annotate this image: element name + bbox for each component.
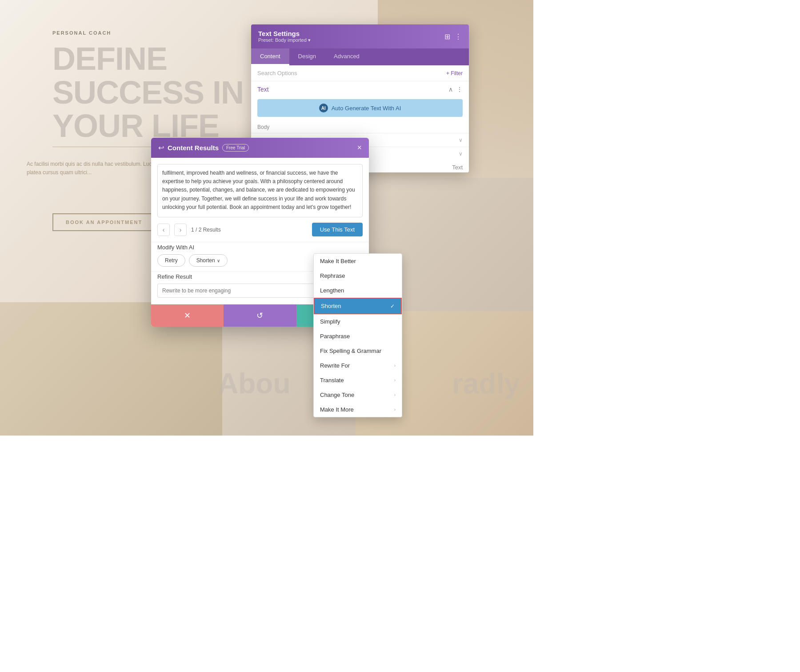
chevron-right-icon-translate: ›: [394, 378, 396, 383]
chevron-right-icon-change-tone: ›: [394, 392, 396, 397]
back-arrow-icon[interactable]: ↩: [158, 144, 164, 152]
text-result-content: fulfilment, improved health and wellness…: [162, 169, 358, 212]
text-section-label: Text: [257, 86, 269, 93]
dropdown-item-simplify[interactable]: Simplify: [314, 314, 402, 329]
tab-content[interactable]: Content: [251, 48, 289, 65]
panel-title-row: Text Settings Preset: Body imported ▾: [258, 30, 311, 43]
chevron-down-icon-1: ∨: [459, 137, 463, 143]
search-placeholder: Search Options: [257, 70, 297, 76]
tab-design[interactable]: Design: [289, 48, 325, 65]
dropdown-item-rephrase[interactable]: Rephrase: [314, 268, 402, 283]
dropdown-item-lengthen[interactable]: Lengthen: [314, 283, 402, 298]
filter-button[interactable]: + Filter: [446, 70, 463, 76]
check-icon: ✓: [390, 303, 395, 309]
panel-search-row: Search Options + Filter: [251, 65, 469, 81]
panel-header-actions: ⊞ ⋮: [444, 32, 462, 41]
retry-button[interactable]: Retry: [157, 254, 185, 267]
dropdown-label-change-tone: Change Tone: [320, 392, 354, 398]
dropdown-label-make-it-better: Make It Better: [320, 258, 356, 264]
text-tab[interactable]: Text: [452, 164, 463, 171]
modal-header: ↩ Content Results Free Trial ×: [151, 138, 369, 158]
prev-page-button[interactable]: ‹: [157, 224, 170, 236]
body-label: Body: [251, 121, 469, 133]
section-more-icon[interactable]: ⋮: [456, 86, 463, 93]
chevron-right-icon-rewrite: ›: [394, 363, 396, 368]
dropdown-label-simplify: Simplify: [320, 318, 340, 325]
chevron-right-icon-make-it-more: ›: [394, 407, 396, 412]
dropdown-label-translate: Translate: [320, 377, 344, 384]
cancel-button[interactable]: ✕: [151, 304, 224, 327]
dropdown-label-paraphrase: Paraphrase: [320, 333, 350, 340]
grid-icon[interactable]: ⊞: [444, 32, 450, 41]
dropdown-label-fix-spelling: Fix Spelling & Grammar: [320, 348, 381, 354]
panel-title: Text Settings: [258, 30, 311, 37]
section-actions: ∧ ⋮: [448, 86, 463, 93]
about-text: Abou: [218, 367, 291, 400]
dropdown-label-rewrite-for: Rewrite For: [320, 362, 350, 369]
dropdown-item-rewrite-for[interactable]: Rewrite For ›: [314, 358, 402, 373]
shorten-dropdown-menu: Make It Better Rephrase Lengthen Shorten…: [313, 253, 402, 417]
panel-preset[interactable]: Preset: Body imported ▾: [258, 37, 311, 43]
dropdown-item-make-it-better[interactable]: Make It Better: [314, 254, 402, 268]
close-button[interactable]: ×: [357, 143, 362, 152]
modal-title-row: ↩ Content Results Free Trial: [158, 144, 249, 152]
text-result-container: fulfilment, improved health and wellness…: [151, 164, 369, 217]
personal-coach-label: PERSONAL COACH: [52, 30, 111, 36]
text-section-header: Text ∧ ⋮: [251, 81, 469, 97]
dropdown-item-paraphrase[interactable]: Paraphrase: [314, 329, 402, 344]
chevron-down-icon-2: ∨: [459, 151, 463, 157]
ai-icon: AI: [319, 104, 328, 112]
text-result-box[interactable]: fulfilment, improved health and wellness…: [157, 164, 363, 217]
shorten-dropdown-button[interactable]: Shorten ∨: [189, 254, 228, 267]
free-trial-badge: Free Trial: [222, 144, 249, 152]
panel-header: Text Settings Preset: Body imported ▾ ⊞ …: [251, 24, 469, 48]
chevron-up-icon[interactable]: ∧: [448, 86, 453, 93]
next-page-button[interactable]: ›: [174, 224, 187, 236]
dropdown-item-change-tone[interactable]: Change Tone ›: [314, 388, 402, 402]
more-icon[interactable]: ⋮: [455, 32, 462, 41]
undo-button[interactable]: ↺: [224, 304, 296, 327]
dropdown-item-shorten[interactable]: Shorten ✓: [314, 298, 402, 314]
pagination-row: ‹ › 1 / 2 Results Use This Text: [151, 217, 369, 242]
dropdown-item-translate[interactable]: Translate ›: [314, 373, 402, 388]
dropdown-label-make-it-more: Make It More: [320, 406, 354, 413]
modify-label: Modify With AI: [157, 244, 363, 251]
dropdown-label-lengthen: Lengthen: [320, 287, 344, 294]
ai-btn-label: Auto Generate Text With AI: [332, 105, 401, 112]
dropdown-item-fix-spelling[interactable]: Fix Spelling & Grammar: [314, 344, 402, 358]
page-info: 1 / 2 Results: [191, 227, 221, 233]
dropdown-item-make-it-more[interactable]: Make It More ›: [314, 402, 402, 417]
shorten-label: Shorten: [196, 257, 215, 264]
ai-generate-button[interactable]: AI Auto Generate Text With AI: [257, 99, 463, 117]
pagination-controls: ‹ › 1 / 2 Results: [157, 224, 221, 236]
modal-title: Content Results: [168, 144, 219, 152]
hero-title-line2: SUCCESS IN: [52, 76, 244, 110]
hero-title-line1: DEFINE: [52, 42, 244, 76]
book-appointment-button[interactable]: BOOK AN APPOINTMENT: [52, 213, 156, 231]
hero-title: DEFINE SUCCESS IN YOUR LIFE: [52, 42, 244, 143]
chevron-down-icon: ∨: [217, 258, 220, 263]
dropdown-label-rephrase: Rephrase: [320, 272, 345, 279]
panel-tabs: Content Design Advanced: [251, 48, 469, 65]
gradually-text: radly: [452, 367, 520, 400]
use-this-text-button[interactable]: Use This Text: [312, 223, 363, 236]
dropdown-label-shorten: Shorten: [321, 303, 341, 309]
tab-advanced[interactable]: Advanced: [325, 48, 368, 65]
